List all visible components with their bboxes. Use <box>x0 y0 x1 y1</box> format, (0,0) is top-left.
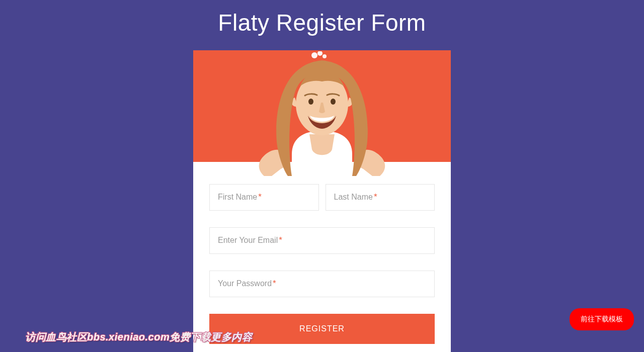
last-name-field-wrap: Last Name* <box>326 184 435 211</box>
first-name-input[interactable] <box>209 184 319 211</box>
svg-point-3 <box>308 99 313 105</box>
register-form-card: First Name* Last Name* Enter Your Email*… <box>193 50 451 352</box>
password-field-wrap: Your Password* <box>209 271 435 297</box>
form-body: First Name* Last Name* Enter Your Email*… <box>193 162 451 352</box>
watermark-text: 访问血鸟社区bbs.xieniao.com免费下载更多内容 <box>25 330 252 344</box>
last-name-input[interactable] <box>326 184 435 211</box>
page-title: Flaty Register Form <box>0 0 644 50</box>
email-input[interactable] <box>209 227 435 254</box>
banner-image <box>193 50 451 162</box>
svg-point-6 <box>317 51 323 56</box>
svg-point-5 <box>311 52 317 58</box>
svg-point-7 <box>323 54 327 58</box>
first-name-field-wrap: First Name* <box>209 184 319 211</box>
download-template-button[interactable]: 前往下载模板 <box>570 308 634 330</box>
email-field-wrap: Enter Your Email* <box>209 227 435 254</box>
password-input[interactable] <box>209 271 435 297</box>
person-illustration <box>226 51 418 177</box>
svg-point-4 <box>331 99 336 105</box>
